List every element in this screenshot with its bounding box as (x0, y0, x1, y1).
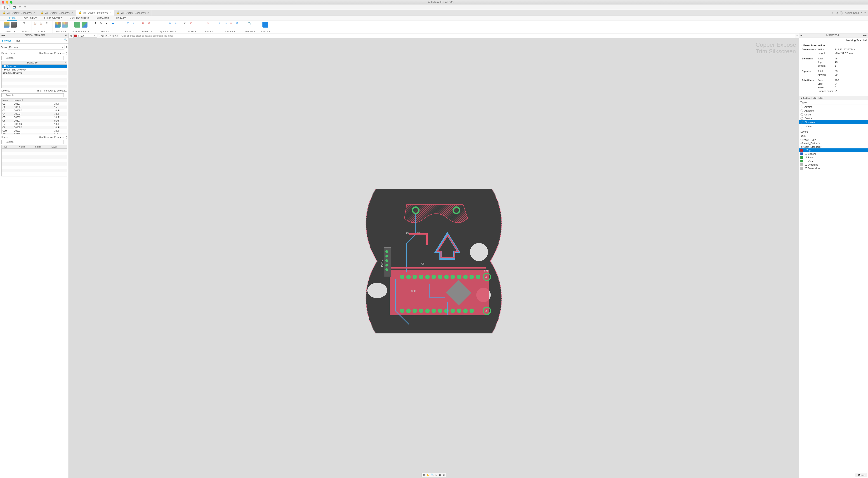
device-row[interactable]: C6C06030.1uF (2, 119, 67, 122)
layer-preset[interactable]: <All> (799, 134, 868, 138)
ribbon-tab-design[interactable]: DESIGN (7, 16, 17, 21)
devices-search[interactable] (1, 93, 64, 97)
mirror-icon[interactable]: ◣ (106, 22, 111, 26)
filter-type-item[interactable]: ◯Attribute (799, 109, 868, 113)
polygon-cutout-icon[interactable]: ⬠ (190, 22, 195, 26)
device-row[interactable]: C10C060310uF (2, 129, 67, 133)
route-multi-icon[interactable]: ≡ (133, 22, 137, 26)
board-info-header[interactable]: ⌄Board Information (799, 43, 868, 47)
devicesets-search[interactable] (1, 56, 64, 60)
deviceset-row[interactable]: <Top Side Devices> (2, 71, 67, 75)
layer-item[interactable]: 16 Bottom (799, 152, 868, 156)
tab-close-icon[interactable]: × (33, 11, 35, 14)
layer-selector[interactable]: 1 Top▼ (73, 34, 97, 38)
select-icon[interactable] (262, 22, 268, 28)
grid-toggle-icon[interactable]: ⊞ (442, 474, 445, 476)
filter-type-item[interactable]: ◯Group (799, 128, 868, 129)
apps-icon[interactable] (1, 5, 5, 9)
help-icon[interactable]: ? (66, 46, 67, 49)
filter-type-item[interactable]: ◯Airwire (799, 105, 868, 109)
orbit-icon[interactable]: ⊕ (423, 474, 425, 476)
pcb-board[interactable]: C8 C7 C6 PM2.5 8V8 GND 1-16 1-16 (350, 189, 518, 333)
layer-preset[interactable]: <Preset_Bottom> (799, 141, 868, 145)
layer-item[interactable]: 1 Top (799, 149, 868, 152)
place-label[interactable]: PLACE▼ (101, 30, 110, 33)
ripup-label[interactable]: RIPUP▼ (205, 30, 214, 33)
panel-expand-icon[interactable]: ▶▶ (863, 34, 867, 37)
device-row[interactable]: C11C06031uF (2, 133, 67, 134)
tab-close-icon[interactable]: × (71, 11, 73, 14)
edit-label[interactable]: EDIT▼ (38, 30, 45, 33)
quickroute-diff-icon[interactable]: ≋ (169, 22, 174, 26)
rework-stretch-icon[interactable]: ⟳ (236, 22, 241, 26)
browser-tab[interactable]: Browser (1, 38, 11, 43)
move-icon[interactable]: ✥ (94, 22, 99, 26)
rework-label[interactable]: REWORK▼ (224, 30, 235, 33)
device-row[interactable]: C8C0805K10uF (2, 126, 67, 129)
user-menu-caret[interactable]: ▼ (861, 12, 863, 14)
window-minimize-icon[interactable] (6, 1, 8, 4)
more-icon[interactable]: ⋯ (65, 94, 67, 97)
sort-icon[interactable]: ^ (64, 61, 67, 64)
ribbon-tab-library[interactable]: LIBRARY (115, 16, 127, 20)
panel-collapse-icon[interactable]: ◀◀ (1, 34, 5, 37)
filter-tab[interactable]: Filter (14, 38, 20, 43)
filter-type-item[interactable]: ◯Circle (799, 113, 868, 116)
save-icon[interactable]: 💾 (12, 5, 16, 9)
undo-icon[interactable]: ↶ (18, 5, 22, 9)
pcb-canvas[interactable]: Copper ExposeTrim Silkscreen (69, 38, 799, 478)
col-signal[interactable]: Signal (34, 145, 51, 149)
delete-icon[interactable]: 🗑 (45, 22, 50, 26)
ribbon-tab-rules[interactable]: RULES DRC/ERC (43, 16, 63, 20)
selector-icon[interactable]: ⬚ (61, 38, 63, 43)
col-deviceset[interactable]: Device Set (2, 61, 64, 64)
tab-close-icon[interactable]: × (110, 11, 111, 14)
view-select[interactable]: Devices▼ (8, 45, 64, 50)
ribbon-tab-automate[interactable]: AUTOMATE (96, 16, 110, 20)
panel-settings-icon[interactable]: ⚙ (65, 34, 67, 37)
ribbon-tab-document[interactable]: DOCUMENT (23, 16, 37, 20)
help-icon[interactable]: ? (864, 11, 866, 14)
align-icon[interactable]: ▬ (112, 22, 116, 26)
layers-label[interactable]: LAYERS▼ (56, 30, 66, 33)
modify-icon[interactable]: 🔧 (248, 22, 253, 26)
route-icon[interactable]: ⤳ (121, 22, 126, 26)
device-row[interactable]: C2C06031uF (2, 105, 67, 109)
paste-icon[interactable]: 📋 (39, 22, 44, 26)
user-avatar-icon[interactable] (840, 11, 843, 14)
filter-type-item[interactable]: ◯Device (799, 116, 868, 120)
pan-icon[interactable]: ✋ (426, 474, 430, 476)
route-diff-icon[interactable]: ⬚ (127, 22, 131, 26)
copy-icon[interactable]: 📋 (34, 22, 38, 26)
ripup-icon[interactable]: ✕ (207, 22, 212, 26)
fit-icon[interactable]: ⊡ (435, 474, 437, 476)
fanout-icon[interactable]: ✱ (142, 22, 147, 26)
select-label[interactable]: SELECT▼ (260, 30, 271, 33)
device-row[interactable]: C7C0805K10uF (2, 122, 67, 126)
layer-item[interactable]: 17 Pads (799, 156, 868, 159)
file-menu-icon[interactable]: 📄▾ (7, 5, 11, 9)
document-tab[interactable]: 🔒 Air_Quality_Sensor v1× (114, 10, 152, 15)
device-row[interactable]: C3C0805K10uF (2, 109, 67, 112)
slide-icon[interactable]: ↗ (219, 22, 223, 26)
user-name[interactable]: Keqing Song (845, 11, 859, 14)
col-layer[interactable]: Layer (51, 145, 67, 149)
col-name[interactable]: Name (18, 145, 34, 149)
command-line-input[interactable]: Click or press Slash to activate command… (120, 34, 794, 38)
rework-del-icon[interactable]: ≡ (230, 22, 235, 26)
new-tab-icon[interactable]: ＋ (831, 11, 834, 14)
display-icon[interactable]: 🖥 (439, 474, 441, 476)
boardshape-label[interactable]: BOARD SHAPE▼ (72, 30, 90, 33)
layer-preset[interactable]: <Preset_Top> (799, 138, 868, 141)
quickroute-multi-icon[interactable]: ≡ (175, 22, 180, 26)
layer-preset[interactable]: <Preset_Standard> (799, 145, 868, 149)
more-icon[interactable]: ⋯ (65, 140, 67, 144)
layer-item[interactable]: 18 Vias (799, 159, 868, 163)
device-row[interactable]: C4C060310uF (2, 112, 67, 116)
layer-item[interactable]: 19 Unrouted (799, 163, 868, 166)
quickroute-label[interactable]: QUICK ROUTE▼ (160, 30, 177, 33)
quickroute-icon[interactable]: ⤳ (157, 22, 162, 26)
deviceset-row[interactable]: <All Devices> (2, 65, 67, 68)
window-zoom-icon[interactable] (10, 1, 12, 4)
switch-label[interactable]: SWITCH▼ (5, 30, 15, 33)
